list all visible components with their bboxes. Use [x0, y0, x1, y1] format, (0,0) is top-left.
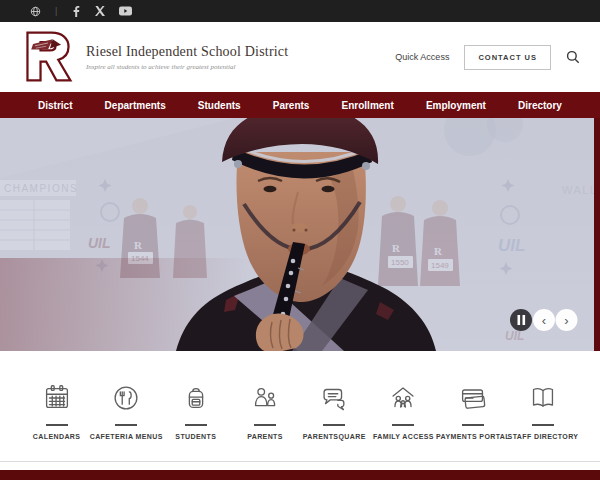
quicklink-parentsquare[interactable]: PARENTSQUARE: [300, 381, 369, 461]
main-nav: District Departments Students Parents En…: [0, 92, 600, 118]
speech-bubbles-icon: [317, 381, 351, 415]
site-title-block: Riesel Independent School District Inspi…: [86, 44, 395, 71]
quicklink-label: CALENDARS: [33, 433, 81, 440]
district-name: Riesel Independent School District: [86, 44, 395, 60]
quicklink-calendars[interactable]: CALENDARS: [22, 381, 91, 461]
quicklink-label: PAYMENTS PORTAL: [436, 433, 510, 440]
nav-item-directory[interactable]: Directory: [518, 100, 562, 111]
quicklink-underline: [185, 424, 207, 426]
carousel-prev-button[interactable]: ‹: [533, 309, 555, 331]
nav-item-students[interactable]: Students: [198, 100, 241, 111]
quicklink-parents[interactable]: PARENTS: [230, 381, 299, 461]
site-header: Riesel Independent School District Inspi…: [0, 22, 600, 92]
quicklink-cafeteria-menus[interactable]: CAFETERIA MENUS: [91, 381, 161, 461]
quicklink-label: CAFETERIA MENUS: [90, 433, 163, 440]
nav-item-departments[interactable]: Departments: [105, 100, 166, 111]
quicklinks-row: CALENDARS CAFETERIA MENUS STUDENTS: [0, 351, 600, 461]
open-book-icon: [526, 381, 560, 415]
nav-item-enrollment[interactable]: Enrollment: [342, 100, 394, 111]
nav-item-employment[interactable]: Employment: [426, 100, 486, 111]
fork-knife-icon: [109, 381, 143, 415]
quicklink-underline: [532, 424, 554, 426]
quicklink-staff-directory[interactable]: STAFF DIRECTORY: [508, 381, 578, 461]
quicklink-underline: [254, 424, 276, 426]
quicklink-label: PARENTSQUARE: [303, 433, 366, 440]
parents-icon: [248, 381, 282, 415]
quicklink-payments-portal[interactable]: PAYMENTS PORTAL: [438, 381, 508, 461]
footer-strip: [0, 470, 600, 480]
svg-text:‹: ‹: [542, 313, 546, 328]
quicklink-underline: [462, 424, 484, 426]
riesel-isd-homepage: |: [0, 0, 600, 480]
nav-item-parents[interactable]: Parents: [273, 100, 310, 111]
footer-divider: [0, 461, 600, 470]
quicklink-students[interactable]: STUDENTS: [161, 381, 230, 461]
twitter-x-icon[interactable]: [95, 6, 105, 16]
header-actions: Quick Access CONTACT US: [395, 45, 580, 70]
quicklink-label: FAMILY ACCESS: [373, 433, 434, 440]
backpack-icon: [179, 381, 213, 415]
family-house-icon: [386, 381, 420, 415]
quicklink-label: PARENTS: [247, 433, 283, 440]
quicklink-label: STAFF DIRECTORY: [508, 433, 579, 440]
topbar-divider: |: [55, 6, 57, 16]
contact-us-button[interactable]: CONTACT US: [464, 45, 551, 70]
credit-cards-icon: [456, 381, 490, 415]
quicklink-underline: [115, 424, 137, 426]
hero-carousel: CHAMPIONS WALL UIL UIL: [0, 118, 600, 351]
nav-item-district[interactable]: District: [38, 100, 72, 111]
carousel-next-button[interactable]: ›: [556, 309, 578, 331]
quicklink-underline: [46, 424, 68, 426]
translate-icon[interactable]: [30, 6, 41, 17]
carousel-pause-button[interactable]: [510, 309, 532, 331]
calendar-icon: [40, 381, 74, 415]
quicklink-underline: [323, 424, 345, 426]
topbar: |: [0, 0, 600, 22]
quicklink-label: STUDENTS: [175, 433, 216, 440]
next-slide-edge: [594, 118, 600, 351]
quicklink-underline: [392, 424, 414, 426]
quick-access-link[interactable]: Quick Access: [395, 52, 449, 62]
facebook-icon[interactable]: [71, 6, 81, 17]
svg-text:›: ›: [564, 313, 568, 328]
quicklink-family-access[interactable]: FAMILY ACCESS: [369, 381, 438, 461]
district-logo[interactable]: [20, 29, 76, 85]
search-icon[interactable]: [566, 50, 580, 64]
youtube-icon[interactable]: [119, 6, 132, 16]
district-tagline: Inspire all students to achieve their gr…: [86, 63, 395, 71]
